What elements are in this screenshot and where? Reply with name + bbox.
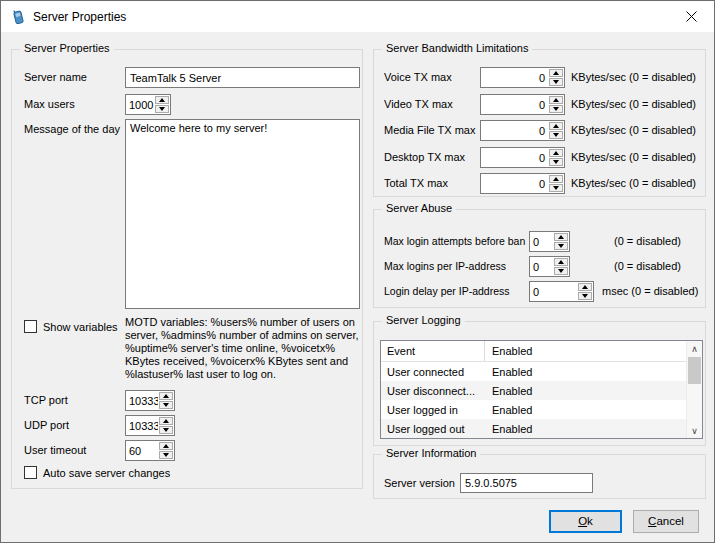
login-delay-value[interactable]: 0 (530, 282, 577, 301)
spin-up-button[interactable] (554, 258, 568, 266)
user-timeout-value[interactable]: 60 (126, 441, 158, 460)
spin-up-icon (163, 394, 169, 398)
voice-tx-value[interactable]: 0 (481, 68, 548, 87)
spin-up-button[interactable] (549, 175, 563, 183)
voice-tx-suffix: KBytes/sec (0 = disabled) (571, 71, 696, 83)
scroll-down-icon[interactable]: ∨ (687, 423, 702, 438)
spin-up-icon (582, 285, 588, 289)
spin-down-button[interactable] (549, 158, 563, 166)
tcp-port-spinbox: 10333 (125, 390, 175, 411)
login-delay-suffix: msec (0 = disabled) (602, 285, 698, 297)
tcp-port-value[interactable]: 10333 (126, 391, 158, 410)
spin-up-button[interactable] (159, 392, 173, 400)
motd-textarea[interactable]: Welcome here to my server! (125, 119, 360, 309)
spin-down-icon (553, 186, 559, 190)
spin-down-button[interactable] (549, 105, 563, 113)
spin-down-button[interactable] (554, 242, 568, 250)
max-users-value[interactable]: 1000 (126, 95, 154, 114)
ok-button[interactable]: Ok (549, 510, 622, 533)
spin-down-button[interactable] (549, 131, 563, 139)
total-tx-suffix: KBytes/sec (0 = disabled) (571, 177, 696, 189)
spin-down-button[interactable] (554, 267, 568, 275)
spin-down-icon (582, 294, 588, 298)
server-properties-dialog: Server Properties Server Properties Serv… (0, 0, 715, 543)
max-logins-ip-spinbox: 0 (529, 256, 570, 277)
spin-down-button[interactable] (159, 426, 173, 434)
close-button[interactable] (669, 1, 714, 32)
mediafile-tx-spin-buttons (549, 122, 563, 139)
spin-down-button[interactable] (549, 78, 563, 86)
cancel-button[interactable]: Cancel (633, 510, 699, 533)
event-log-table: Event Enabled User connected Enabled Use… (380, 340, 703, 439)
column-header-event[interactable]: Event (381, 341, 485, 361)
spin-up-button[interactable] (159, 442, 173, 450)
show-variables-checkbox[interactable] (24, 320, 37, 333)
total-tx-label: Total TX max (384, 177, 448, 189)
spin-up-icon (553, 151, 559, 155)
video-tx-value[interactable]: 0 (481, 95, 548, 114)
spin-up-button[interactable] (549, 149, 563, 157)
spin-up-button[interactable] (554, 233, 568, 241)
spin-down-button[interactable] (549, 184, 563, 192)
server-version-label: Server version (384, 477, 455, 489)
spin-down-icon (558, 269, 564, 273)
event-cell: User logged in (381, 404, 485, 416)
event-cell: User connected (381, 366, 485, 378)
spin-up-button[interactable] (549, 69, 563, 77)
spin-up-button[interactable] (578, 283, 592, 291)
spin-down-icon (163, 428, 169, 432)
max-login-attempts-value[interactable]: 0 (530, 232, 553, 251)
event-cell: User disconnect... (381, 385, 485, 397)
login-delay-spin-buttons (578, 283, 592, 300)
udp-port-spin-buttons (159, 417, 173, 434)
enabled-cell: Enabled (485, 423, 702, 435)
server-name-input[interactable] (125, 67, 360, 88)
spin-down-icon (558, 244, 564, 248)
spin-down-button[interactable] (578, 292, 592, 300)
mediafile-tx-value[interactable]: 0 (481, 121, 548, 140)
table-row[interactable]: User logged in Enabled (381, 400, 702, 419)
max-users-spinbox: 1000 (125, 94, 171, 115)
mediafile-tx-spinbox: 0 (480, 120, 565, 141)
max-login-attempts-label: Max login attempts before ban (384, 235, 525, 247)
bandwidth-group: Server Bandwidth Limitations Voice TX ma… (373, 49, 706, 197)
max-logins-ip-value[interactable]: 0 (530, 257, 553, 276)
spin-down-button[interactable] (155, 105, 169, 113)
udp-port-label: UDP port (24, 419, 69, 431)
vertical-scrollbar[interactable]: ∧ ∨ (686, 341, 702, 438)
spin-up-icon (553, 177, 559, 181)
server-version-input[interactable] (460, 473, 593, 493)
table-row[interactable]: User logged out Enabled (381, 419, 702, 438)
max-logins-ip-spin-buttons (554, 258, 568, 275)
column-header-enabled[interactable]: Enabled (485, 345, 702, 357)
spin-up-button[interactable] (549, 96, 563, 104)
table-row[interactable]: User disconnect... Enabled (381, 381, 702, 400)
auto-save-checkbox[interactable] (24, 466, 37, 479)
spin-up-button[interactable] (159, 417, 173, 425)
server-name-label: Server name (24, 71, 87, 83)
info-group: Server Information Server version (373, 454, 706, 499)
spin-down-button[interactable] (159, 451, 173, 459)
info-group-title: Server Information (382, 447, 480, 459)
scrollbar-thumb[interactable] (688, 357, 701, 384)
logging-group: Server Logging Event Enabled User connec… (373, 321, 706, 446)
table-row[interactable]: User connected Enabled (381, 362, 702, 381)
max-users-spin-buttons (155, 96, 169, 113)
spin-up-button[interactable] (549, 122, 563, 130)
window-title: Server Properties (33, 10, 126, 24)
teamtalk-app-icon (10, 9, 26, 25)
spin-down-icon (163, 453, 169, 457)
spin-down-icon (159, 107, 165, 111)
spin-down-button[interactable] (159, 401, 173, 409)
scroll-up-icon[interactable]: ∧ (687, 341, 702, 356)
max-login-attempts-suffix: (0 = disabled) (614, 235, 681, 247)
desktop-tx-value[interactable]: 0 (481, 148, 548, 167)
spin-down-icon (163, 403, 169, 407)
spin-up-icon (163, 419, 169, 423)
auto-save-label: Auto save server changes (43, 467, 170, 479)
spin-up-button[interactable] (155, 96, 169, 104)
enabled-cell: Enabled (485, 404, 702, 416)
spin-up-icon (558, 235, 564, 239)
udp-port-value[interactable]: 10333 (126, 416, 158, 435)
total-tx-value[interactable]: 0 (481, 174, 548, 193)
